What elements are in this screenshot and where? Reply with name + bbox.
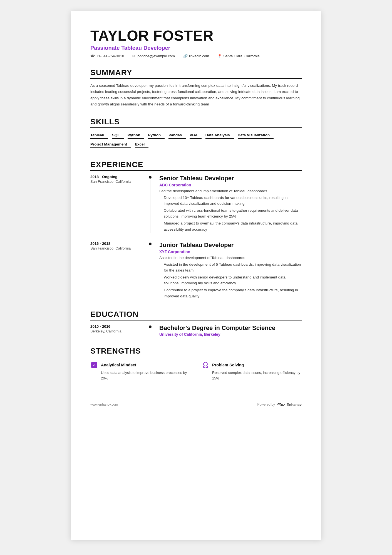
edu-date-location: 2010 - 2016 Berkeley, California xyxy=(90,324,146,337)
job-intro: Assisted in the development of Tableau d… xyxy=(159,256,302,260)
exp-location: San Francisco, California xyxy=(90,179,140,184)
email-address: johndoe@example.com xyxy=(137,54,175,58)
job-bullets: Assisted in the development of 5 Tableau… xyxy=(159,262,302,299)
education-item: 2010 - 2016 Berkeley, California Bachelo… xyxy=(90,324,302,337)
strengths-section: STRENGTHS ✓ Analytical Mindset Used data… xyxy=(90,347,302,381)
phone-number: +1-541-754-3010 xyxy=(96,54,124,58)
strength-description: Used data analysis to improve business p… xyxy=(90,370,190,381)
footer: www.enhancv.com Powered by Enhancv xyxy=(90,398,302,407)
skill-tag: Pandas xyxy=(168,132,186,139)
strength-icon xyxy=(202,361,209,369)
checkmark-icon: ✓ xyxy=(91,362,97,368)
exp-divider xyxy=(146,175,154,233)
strengths-grid: ✓ Analytical Mindset Used data analysis … xyxy=(90,361,302,381)
experience-title: EXPERIENCE xyxy=(90,160,302,171)
bullet-item: Developed 10+ Tableau dashboards for var… xyxy=(159,195,302,207)
exp-date-location: 2018 - Ongoing San Francisco, California xyxy=(90,175,146,233)
edu-school: University of California, Berkeley xyxy=(159,332,302,337)
strength-header: Problem Solving xyxy=(202,361,302,369)
strength-name: Analytical Mindset xyxy=(101,363,136,367)
company-name: ABC Corporation xyxy=(159,183,302,187)
skills-section: SKILLS TableauSQLPythonPythonPandasVBADa… xyxy=(90,117,302,150)
resume-container: TAYLOR FOSTER Passionate Tableau Develop… xyxy=(71,11,321,540)
skill-tag: Data Visualization xyxy=(238,132,274,139)
phone-icon: ☎ xyxy=(90,54,95,58)
strength-description: Resolved complex data issues, increasing… xyxy=(202,370,302,381)
svg-point-0 xyxy=(204,362,207,366)
edu-content: Bachelor's Degree in Computer Science Un… xyxy=(154,324,302,337)
strength-icon: ✓ xyxy=(90,361,98,369)
summary-section: SUMMARY As a seasoned Tableau developer,… xyxy=(90,68,302,107)
bullet-item: Collaborated with cross-functional teams… xyxy=(159,208,302,219)
location-contact: 📍 Santa Clara, California xyxy=(217,54,260,58)
contact-info: ☎ +1-541-754-3010 ✉ johndoe@example.com … xyxy=(90,54,302,58)
experience-list: 2018 - Ongoing San Francisco, California… xyxy=(90,175,302,300)
linkedin-contact: 🔗 linkedin.com xyxy=(183,54,209,58)
skill-tag: Tableau xyxy=(90,132,108,139)
skill-tag: Data Analysis xyxy=(205,132,234,139)
skill-tag: Python xyxy=(128,132,144,139)
candidate-title: Passionate Tableau Developer xyxy=(90,45,302,51)
email-icon: ✉ xyxy=(132,54,135,58)
bullet-item: Contributed to a project to improve the … xyxy=(159,287,302,299)
linkedin-url: linkedin.com xyxy=(189,54,209,58)
experience-item: 2016 - 2018 San Francisco, California Ju… xyxy=(90,241,302,300)
header: TAYLOR FOSTER Passionate Tableau Develop… xyxy=(90,28,302,58)
skill-tag: Python xyxy=(148,132,165,139)
location-text: Santa Clara, California xyxy=(223,54,260,58)
education-title: EDUCATION xyxy=(90,310,302,320)
edu-dot xyxy=(149,325,152,328)
phone-contact: ☎ +1-541-754-3010 xyxy=(90,54,124,58)
education-section: EDUCATION 2010 - 2016 Berkeley, Californ… xyxy=(90,310,302,337)
strength-item: Problem Solving Resolved complex data is… xyxy=(202,361,302,381)
bullet-item: Worked closely with senior developers to… xyxy=(159,274,302,286)
summary-title: SUMMARY xyxy=(90,68,302,79)
job-intro: Led the development and implementation o… xyxy=(159,189,302,193)
skill-tag: SQL xyxy=(112,132,124,139)
bullet-item: Managed a project to overhaul the compan… xyxy=(159,220,302,232)
company-name: XYZ Corporation xyxy=(159,250,302,254)
strength-item: ✓ Analytical Mindset Used data analysis … xyxy=(90,361,190,381)
job-bullets: Developed 10+ Tableau dashboards for var… xyxy=(159,195,302,233)
edu-location: Berkeley, California xyxy=(90,329,140,333)
exp-date-location: 2016 - 2018 San Francisco, California xyxy=(90,241,146,300)
enhancv-logo-icon xyxy=(277,402,285,407)
education-list: 2010 - 2016 Berkeley, California Bachelo… xyxy=(90,324,302,337)
brand-name: Enhancv xyxy=(287,403,302,407)
exp-content: Junior Tableau Developer XYZ Corporation… xyxy=(154,241,302,300)
bullet-item: Assisted in the development of 5 Tableau… xyxy=(159,262,302,273)
skill-tag: Excel xyxy=(135,141,148,148)
strength-header: ✓ Analytical Mindset xyxy=(90,361,190,369)
linkedin-icon: 🔗 xyxy=(183,54,188,58)
edu-divider xyxy=(146,324,154,337)
strength-name: Problem Solving xyxy=(212,363,244,367)
exp-line xyxy=(150,180,150,233)
candidate-name: TAYLOR FOSTER xyxy=(90,28,302,44)
location-icon: 📍 xyxy=(217,54,222,58)
powered-by-text: Powered by xyxy=(257,403,275,406)
edu-date: 2010 - 2016 xyxy=(90,324,140,329)
strengths-title: STRENGTHS xyxy=(90,347,302,357)
email-contact: ✉ johndoe@example.com xyxy=(132,54,175,58)
exp-date: 2016 - 2018 xyxy=(90,241,140,246)
footer-brand: Powered by Enhancv xyxy=(257,402,302,407)
exp-dot xyxy=(149,243,152,245)
skill-tag: Project Management xyxy=(90,141,131,148)
exp-dot xyxy=(149,176,152,179)
edu-degree: Bachelor's Degree in Computer Science xyxy=(159,324,302,332)
job-title: Senior Tableau Developer xyxy=(159,175,302,182)
exp-date: 2018 - Ongoing xyxy=(90,175,140,179)
exp-divider xyxy=(146,241,154,300)
badge-icon xyxy=(202,361,209,369)
exp-location: San Francisco, California xyxy=(90,246,140,250)
skills-list: TableauSQLPythonPythonPandasVBAData Anal… xyxy=(90,132,302,150)
skill-tag: VBA xyxy=(190,132,202,139)
footer-website: www.enhancv.com xyxy=(90,403,118,406)
exp-content: Senior Tableau Developer ABC Corporation… xyxy=(154,175,302,233)
summary-text: As a seasoned Tableau developer, my pass… xyxy=(90,83,302,107)
experience-item: 2018 - Ongoing San Francisco, California… xyxy=(90,175,302,233)
job-title: Junior Tableau Developer xyxy=(159,241,302,249)
experience-section: EXPERIENCE 2018 - Ongoing San Francisco,… xyxy=(90,160,302,300)
skills-title: SKILLS xyxy=(90,117,302,128)
